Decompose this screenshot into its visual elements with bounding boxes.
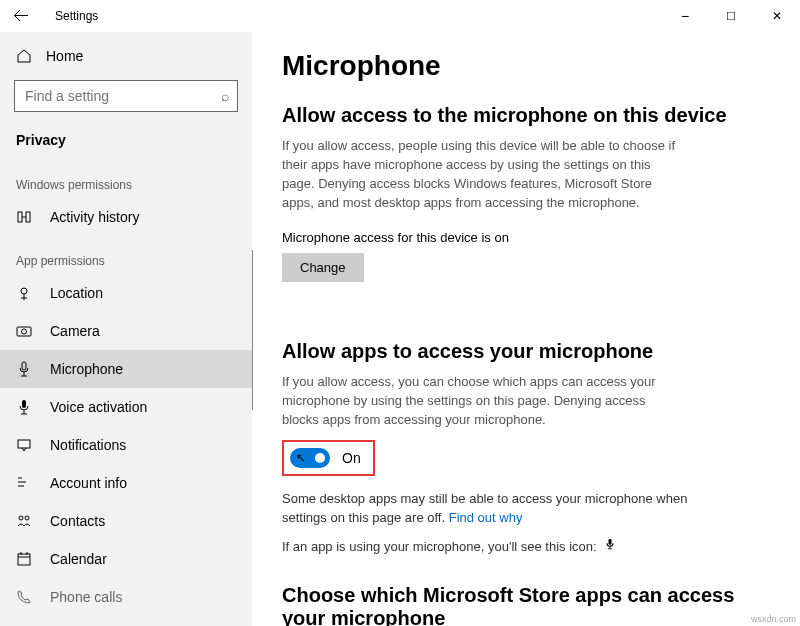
sidebar-item-activity-history[interactable]: Activity history	[0, 198, 252, 236]
allow-apps-toggle-highlight: ↖ On	[282, 440, 375, 476]
sidebar-item-label: Calendar	[50, 551, 107, 567]
titlebar: 🡠 Settings	[0, 0, 800, 32]
svg-rect-3	[17, 327, 31, 336]
calendar-icon	[16, 551, 32, 567]
svg-rect-5	[22, 362, 26, 370]
phone-icon	[16, 589, 32, 605]
section1-heading: Allow access to the microphone on this d…	[282, 104, 760, 127]
device-access-status: Microphone access for this device is on	[282, 230, 760, 245]
sidebar-item-label: Voice activation	[50, 399, 147, 415]
window-title: Settings	[55, 9, 98, 23]
sidebar-item-label: Activity history	[50, 209, 139, 225]
sidebar-item-label: Location	[50, 285, 103, 301]
search-input[interactable]	[15, 88, 237, 104]
svg-rect-11	[609, 538, 612, 544]
account-icon	[16, 475, 32, 491]
home-label: Home	[46, 48, 83, 64]
group-header-app-permissions: App permissions	[0, 236, 252, 274]
sidebar-item-camera[interactable]: Camera	[0, 312, 252, 350]
svg-point-4	[22, 329, 27, 334]
toggle-state-label: On	[342, 450, 361, 466]
minimize-button[interactable]	[662, 0, 708, 32]
page-title: Microphone	[282, 50, 760, 82]
sidebar-item-notifications[interactable]: Notifications	[0, 426, 252, 464]
watermark: wsxdn.com	[751, 614, 796, 624]
contacts-icon	[16, 513, 32, 529]
svg-point-9	[25, 516, 29, 520]
svg-rect-1	[26, 212, 30, 222]
sidebar-item-microphone[interactable]: Microphone	[0, 350, 252, 388]
maximize-button[interactable]	[708, 0, 754, 32]
microphone-indicator-icon	[604, 538, 616, 554]
home-icon	[16, 48, 32, 64]
find-out-why-link[interactable]: Find out why	[449, 510, 523, 525]
search-icon: ⌕	[221, 88, 229, 104]
sidebar-item-phone-calls[interactable]: Phone calls	[0, 578, 252, 616]
sidebar-item-label: Camera	[50, 323, 100, 339]
section-header: Privacy	[0, 124, 252, 160]
sidebar-item-location[interactable]: Location	[0, 274, 252, 312]
section2-heading: Allow apps to access your microphone	[282, 340, 760, 363]
sidebar-item-label: Phone calls	[50, 589, 122, 605]
sidebar-item-voice-activation[interactable]: Voice activation	[0, 388, 252, 426]
section3-heading: Choose which Microsoft Store apps can ac…	[282, 584, 760, 626]
sidebar-item-label: Notifications	[50, 437, 126, 453]
section1-desc: If you allow access, people using this d…	[282, 137, 682, 212]
svg-rect-7	[18, 440, 30, 448]
home-nav[interactable]: Home	[0, 40, 252, 72]
close-button[interactable]	[754, 0, 800, 32]
notifications-icon	[16, 437, 32, 453]
mic-in-use-text: If an app is using your microphone, you'…	[282, 536, 702, 557]
svg-rect-0	[18, 212, 22, 222]
change-button[interactable]: Change	[282, 253, 364, 282]
search-box[interactable]: ⌕	[14, 80, 238, 112]
sidebar-item-account-info[interactable]: Account info	[0, 464, 252, 502]
camera-icon	[16, 323, 32, 339]
svg-rect-6	[22, 400, 26, 408]
sidebar-item-contacts[interactable]: Contacts	[0, 502, 252, 540]
svg-rect-13	[608, 548, 613, 549]
microphone-icon	[16, 361, 32, 377]
sidebar-item-calendar[interactable]: Calendar	[0, 540, 252, 578]
section2-desc: If you allow access, you can choose whic…	[282, 373, 682, 430]
svg-point-8	[19, 516, 23, 520]
svg-rect-10	[18, 554, 30, 565]
svg-point-2	[21, 288, 27, 294]
allow-apps-toggle[interactable]	[290, 448, 330, 468]
back-button[interactable]: 🡠	[5, 3, 37, 29]
sidebar-item-label: Account info	[50, 475, 127, 491]
location-icon	[16, 285, 32, 301]
activity-icon	[16, 209, 32, 225]
sidebar-item-label: Microphone	[50, 361, 123, 377]
scroll-indicator	[252, 250, 253, 410]
svg-rect-12	[610, 546, 611, 548]
group-header-windows-permissions: Windows permissions	[0, 160, 252, 198]
desktop-apps-note: Some desktop apps may still be able to a…	[282, 490, 702, 528]
sidebar-item-label: Contacts	[50, 513, 105, 529]
voice-icon	[16, 399, 32, 415]
